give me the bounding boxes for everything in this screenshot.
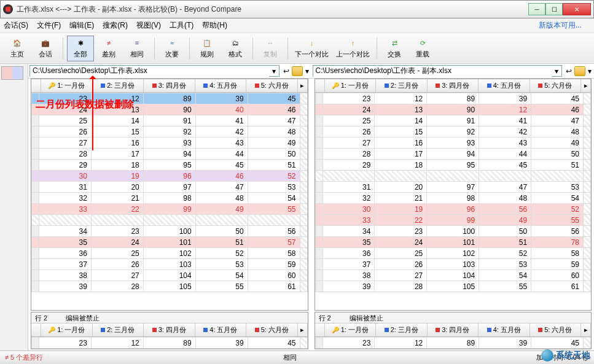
left-grid-body[interactable]: 2312893945241390404625149141472615924248… — [31, 93, 308, 310]
table-row[interactable]: 3120974753 — [315, 182, 591, 193]
table-row[interactable]: 39281055561 — [315, 281, 591, 292]
left-detail-pane: 行 2编辑被禁止 🔑1: 一月份2: 三月份3: 四月份4: 五月份5: 六月份… — [31, 312, 308, 349]
column-header[interactable]: 4: 五月份 — [195, 323, 247, 336]
column-header[interactable]: 3: 四月份 — [144, 323, 195, 336]
table-row[interactable] — [315, 171, 591, 182]
table-row[interactable]: 2615924248 — [315, 126, 591, 137]
table-row[interactable]: 3322994955 — [315, 215, 591, 226]
notequal-icon: ≠ — [103, 37, 114, 48]
app-icon — [3, 4, 13, 14]
table-row[interactable]: 34231005056 — [32, 226, 308, 237]
table-row[interactable]: 2716934349 — [32, 137, 308, 149]
same-button[interactable]: =相同 — [123, 36, 150, 61]
left-path-dropdown-icon[interactable]: ▾ — [269, 67, 279, 76]
column-header[interactable]: 3: 四月份 — [144, 79, 195, 92]
table-row[interactable]: 39281055561 — [32, 281, 308, 292]
table-row[interactable]: 2615924248 — [32, 126, 308, 137]
all-button[interactable]: ✱全部 — [67, 36, 94, 61]
table-row[interactable]: 2312893945 — [32, 93, 308, 104]
close-button[interactable]: ✕ — [563, 3, 591, 15]
menu-help[interactable]: 帮助(H) — [202, 20, 227, 31]
home-button[interactable]: 🏠主页 — [4, 36, 31, 61]
table-row[interactable]: 3221984854 — [32, 193, 308, 204]
table-row[interactable] — [32, 215, 308, 226]
column-header[interactable]: 🔑1: 一月份 — [41, 323, 93, 336]
table-row[interactable]: 2918954551 — [32, 160, 308, 171]
left-browse-icon[interactable] — [292, 66, 303, 76]
side-by-side-view-icon[interactable] — [1, 66, 23, 80]
diff-button[interactable]: ≠差别 — [95, 36, 122, 61]
column-header[interactable]: 4: 五月份 — [479, 79, 530, 92]
table-row[interactable]: 2817944450 — [32, 149, 308, 160]
column-header[interactable]: 2: 三月份 — [376, 79, 428, 92]
table-row[interactable]: 3019965652 — [315, 204, 591, 215]
right-path-input[interactable] — [313, 66, 552, 77]
swap-button[interactable]: ⇄交换 — [381, 36, 408, 61]
menu-file[interactable]: 文件(F) — [37, 20, 61, 31]
table-row[interactable]: 35241015157 — [32, 237, 308, 248]
right-path-field[interactable]: ▾ — [313, 65, 563, 77]
left-path-input[interactable] — [30, 66, 269, 77]
right-history-icon[interactable]: ↩ — [566, 67, 572, 76]
minimize-button[interactable]: ─ — [528, 3, 545, 15]
column-header[interactable]: 5: 六月份 — [246, 323, 298, 336]
prev-diff-button[interactable]: ↑上一个对比 — [333, 36, 373, 61]
right-path-dropdown-icon[interactable]: ▾ — [552, 67, 561, 76]
table-row[interactable]: 2716934349 — [315, 137, 591, 149]
table-row[interactable]: 2918954551 — [315, 160, 591, 171]
reload-button[interactable]: ⟳重载 — [409, 36, 436, 61]
column-header[interactable]: 5: 六月份 — [530, 79, 582, 92]
column-header[interactable]: 🔑1: 一月份 — [325, 323, 377, 336]
right-browse-icon[interactable] — [574, 66, 585, 76]
table-row[interactable]: 2817944450 — [315, 149, 591, 160]
column-header[interactable]: 🔑1: 一月份 — [41, 79, 93, 92]
table-row[interactable]: 3221984854 — [315, 193, 591, 204]
table-row[interactable]: 2514914147 — [32, 115, 308, 126]
rules-button[interactable]: 📋规则 — [193, 36, 221, 61]
menu-search[interactable]: 搜索(R) — [103, 20, 128, 31]
table-row[interactable]: 2312893945 — [315, 93, 591, 104]
next-diff-button[interactable]: ↓下一个对比 — [292, 36, 332, 61]
column-header[interactable]: 5: 六月份 — [246, 79, 298, 92]
maximize-button[interactable]: ☐ — [545, 3, 563, 15]
home-icon: 🏠 — [12, 37, 23, 48]
menu-edit[interactable]: 编辑(E) — [69, 20, 94, 31]
new-version-link[interactable]: 新版本可用... — [539, 20, 582, 31]
table-row[interactable]: 3322994955 — [32, 204, 308, 215]
right-grid-body[interactable]: 2312893945241390124625149141472615924248… — [315, 93, 592, 310]
table-row[interactable]: 2413904046 — [32, 104, 308, 115]
menu-tools[interactable]: 工具(T) — [170, 20, 193, 31]
column-header[interactable]: 2: 三月份 — [93, 79, 144, 92]
column-header[interactable]: 5: 六月份 — [530, 323, 582, 336]
table-row[interactable]: 35241015178 — [315, 237, 591, 248]
table-row[interactable]: 36251025258 — [32, 248, 308, 259]
column-header[interactable]: 4: 五月份 — [195, 79, 247, 92]
left-path-field[interactable]: ▾ — [29, 65, 279, 77]
column-header[interactable]: 3: 四月份 — [428, 323, 479, 336]
session-button[interactable]: 💼会话 — [32, 36, 59, 61]
table-row[interactable]: 38271045460 — [315, 270, 591, 281]
table-row[interactable]: 2514914147 — [315, 115, 591, 126]
menu-session[interactable]: 会话(S) — [4, 20, 28, 31]
column-header[interactable]: 2: 三月份 — [376, 323, 428, 336]
column-header[interactable]: 4: 五月份 — [479, 323, 530, 336]
table-row[interactable]: 36251025258 — [315, 248, 591, 259]
left-history-icon[interactable]: ↩ — [283, 67, 289, 76]
column-header[interactable]: 🔑1: 一月份 — [325, 79, 377, 92]
detail-locked-label: 编辑被禁止 — [66, 314, 100, 322]
table-row[interactable]: 3120974753 — [32, 182, 308, 193]
minor-button[interactable]: ≈次要 — [158, 36, 186, 61]
table-row[interactable]: 2312893945 — [315, 338, 591, 349]
menu-view[interactable]: 视图(V) — [136, 20, 161, 31]
table-row[interactable]: 34231005056 — [315, 226, 591, 237]
table-row[interactable]: 2413901246 — [315, 104, 591, 115]
table-row[interactable]: 3019964652 — [32, 171, 308, 182]
table-row[interactable]: 2312893945 — [32, 338, 308, 349]
table-row[interactable]: 37261035359 — [315, 259, 591, 270]
copy-button[interactable]: ↔复制 — [257, 36, 284, 61]
column-header[interactable]: 3: 四月份 — [428, 79, 479, 92]
column-header[interactable]: 2: 三月份 — [93, 323, 144, 336]
format-button[interactable]: 🗂格式 — [222, 36, 249, 61]
table-row[interactable]: 37261035359 — [32, 259, 308, 270]
table-row[interactable]: 38271045460 — [32, 270, 308, 281]
